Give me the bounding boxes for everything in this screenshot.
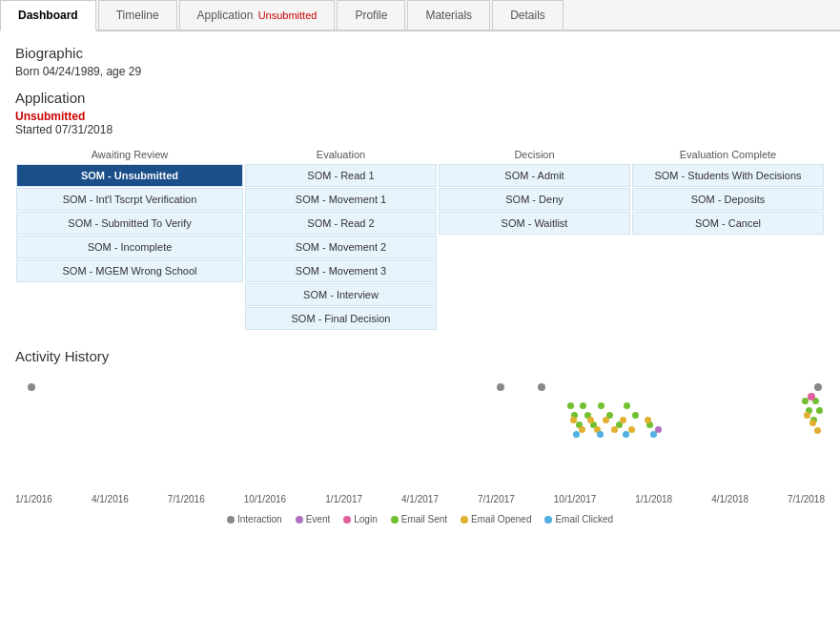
status-cell[interactable]: SOM - Incomplete [16, 236, 243, 258]
legend-label: Event [306, 514, 331, 524]
x-label: 7/1/2017 [478, 494, 515, 504]
status-column-2: SOM - AdmitSOM - DenySOM - Waitlist [438, 163, 631, 331]
status-cell[interactable]: SOM - Admit [439, 164, 630, 187]
application-date: Started 07/31/2018 [15, 123, 825, 136]
tab-dashboard[interactable]: Dashboard [0, 0, 96, 31]
activity-dot [809, 420, 816, 426]
legend-item: Login [343, 514, 377, 524]
x-label: 1/1/2016 [15, 494, 52, 504]
status-cell[interactable]: SOM - Read 2 [245, 212, 437, 235]
legend-dot [461, 516, 468, 524]
legend-item: Event [296, 514, 331, 524]
status-cell[interactable]: SOM - Int'l Tscrpt Verification [16, 188, 243, 211]
status-cell[interactable]: SOM - Movement 2 [245, 236, 437, 258]
status-grid: Awaiting ReviewEvaluationDecisionEvaluat… [15, 146, 825, 331]
tab-materials[interactable]: Materials [407, 0, 490, 30]
legend-item: Email Sent [391, 514, 447, 524]
tab-timeline[interactable]: Timeline [98, 0, 177, 30]
chart-legend: InteractionEventLoginEmail SentEmail Ope… [15, 514, 825, 524]
status-cell[interactable]: SOM - Final Decision [245, 307, 437, 330]
activity-section: Activity History 1/1/20164/1/20167/1/201… [15, 348, 825, 524]
col-header-1: Evaluation [244, 146, 438, 163]
status-column-0: SOM - UnsubmittedSOM - Int'l Tscrpt Veri… [15, 163, 244, 331]
status-cell[interactable]: SOM - Deny [439, 188, 630, 211]
tab-bar: Dashboard Timeline Application Unsubmitt… [0, 0, 840, 31]
legend-label: Interaction [237, 514, 282, 524]
status-cell[interactable]: SOM - Interview [245, 283, 437, 306]
status-cell[interactable]: SOM - Movement 3 [245, 259, 437, 282]
status-cell[interactable]: SOM - Movement 1 [245, 188, 437, 211]
status-column-3: SOM - Students With DecisionsSOM - Depos… [631, 163, 825, 331]
legend-dot [343, 516, 351, 524]
activity-dot [603, 417, 609, 423]
col-header-2: Decision [438, 146, 631, 163]
legend-item: Email Clicked [544, 514, 613, 524]
main-content: Biographic Born 04/24/1989, age 29 Appli… [0, 31, 840, 538]
status-cell[interactable]: SOM - Deposits [632, 188, 824, 211]
x-label: 10/1/2017 [554, 494, 597, 504]
activity-dot [814, 427, 821, 434]
activity-dot [804, 412, 810, 419]
activity-dot [628, 426, 635, 433]
chart-area [15, 374, 825, 488]
legend-label: Email Clicked [555, 514, 613, 524]
x-label: 1/1/2018 [635, 494, 672, 504]
activity-dot [620, 417, 626, 423]
activity-dot [597, 431, 604, 438]
application-section: Application Unsubmitted Started 07/31/20… [15, 90, 825, 331]
tab-profile[interactable]: Profile [337, 0, 405, 30]
activity-dot [611, 426, 618, 433]
activity-dot [655, 426, 662, 433]
activity-dot [632, 412, 639, 419]
biographic-title: Biographic [15, 45, 825, 61]
status-cell[interactable]: SOM - Read 1 [245, 164, 437, 187]
legend-dot [391, 516, 399, 524]
x-label: 4/1/2017 [401, 494, 439, 504]
tab-details[interactable]: Details [492, 0, 563, 30]
legend-item: Interaction [227, 514, 282, 524]
x-label: 10/1/2016 [244, 494, 287, 504]
status-column-1: SOM - Read 1SOM - Movement 1SOM - Read 2… [244, 163, 438, 331]
activity-dot [497, 383, 504, 391]
col-header-0: Awaiting Review [15, 146, 244, 163]
activity-dot [567, 402, 574, 409]
col-header-3: Evaluation Complete [631, 146, 825, 163]
activity-title: Activity History [15, 348, 825, 364]
status-cell[interactable]: SOM - Submitted To Verify [16, 212, 243, 235]
legend-label: Email Opened [471, 514, 531, 524]
legend-dot [544, 516, 552, 524]
activity-dot [816, 407, 823, 414]
legend-dot [227, 516, 235, 524]
activity-dot [538, 383, 545, 391]
status-cell[interactable]: SOM - MGEM Wrong School [16, 259, 243, 282]
activity-dot [624, 402, 630, 409]
legend-label: Email Sent [401, 514, 447, 524]
status-cell[interactable]: SOM - Students With Decisions [632, 164, 824, 187]
activity-dot [579, 426, 585, 433]
activity-dot [28, 383, 35, 391]
tab-application[interactable]: Application Unsubmitted [179, 0, 336, 30]
activity-dot [570, 417, 577, 423]
status-cell[interactable]: SOM - Waitlist [439, 212, 630, 235]
x-label: 4/1/2018 [711, 494, 748, 504]
legend-dot [296, 516, 303, 524]
x-label: 7/1/2016 [168, 494, 205, 504]
biographic-dob: Born 04/24/1989, age 29 [15, 65, 825, 78]
legend-label: Login [354, 514, 377, 524]
legend-item: Email Opened [461, 514, 531, 524]
activity-dot [580, 402, 586, 409]
biographic-section: Biographic Born 04/24/1989, age 29 [15, 45, 825, 78]
x-label: 7/1/2018 [788, 494, 825, 504]
application-status: Unsubmitted [15, 110, 825, 123]
status-cell[interactable]: SOM - Unsubmitted [16, 164, 243, 187]
status-grid-wrapper: Awaiting ReviewEvaluationDecisionEvaluat… [15, 146, 825, 331]
activity-dot [814, 383, 822, 391]
x-axis: 1/1/20164/1/20167/1/201610/1/20161/1/201… [15, 490, 825, 508]
application-title: Application [15, 90, 825, 106]
status-cell[interactable]: SOM - Cancel [632, 212, 824, 235]
chart-timeline [15, 374, 825, 450]
activity-dot [598, 402, 604, 409]
activity-dot [587, 417, 594, 423]
activity-dot [573, 431, 580, 438]
activity-dot [645, 417, 651, 423]
